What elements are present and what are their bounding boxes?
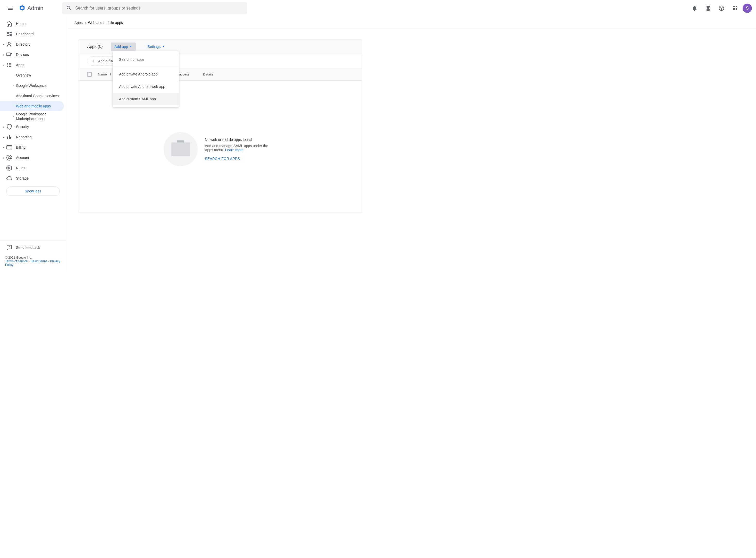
credit-card-icon xyxy=(6,144,12,150)
notifications-button[interactable] xyxy=(689,3,700,14)
sidebar-sub-label: Google Workspace Marketplace apps xyxy=(16,112,52,121)
svg-point-6 xyxy=(7,65,8,66)
sidebar-item-reporting[interactable]: ▸ Reporting xyxy=(0,132,66,142)
search-bar[interactable] xyxy=(62,2,247,15)
hourglass-icon xyxy=(705,5,711,11)
breadcrumb-apps[interactable]: Apps xyxy=(74,21,83,25)
sidebar-item-dashboard[interactable]: Dashboard xyxy=(0,29,66,39)
select-all-checkbox[interactable] xyxy=(87,72,92,77)
apps-icon xyxy=(6,62,12,68)
svg-point-18 xyxy=(8,167,10,169)
menu-add-android-app[interactable]: Add private Android app xyxy=(113,68,179,80)
search-icon xyxy=(66,5,72,11)
bar-chart-icon xyxy=(6,134,12,140)
menu-add-custom-saml-app[interactable]: Add custom SAML app xyxy=(113,93,179,105)
empty-illustration xyxy=(163,132,198,166)
sidebar-item-devices[interactable]: ▸ Devices xyxy=(0,49,66,60)
search-for-apps-button[interactable]: SEARCH FOR APPS xyxy=(205,157,277,161)
svg-point-7 xyxy=(9,65,10,66)
dashboard-icon xyxy=(6,31,12,37)
empty-text: No web or mobile apps found Add and mana… xyxy=(205,137,277,161)
sidebar-item-rules[interactable]: Rules xyxy=(0,163,66,173)
search-input[interactable] xyxy=(75,6,243,10)
admin-logo-icon xyxy=(19,5,26,12)
sidebar-item-home[interactable]: Home xyxy=(0,19,66,29)
svg-point-3 xyxy=(7,63,8,64)
sidebar-sub-google-workspace[interactable]: ▸Google Workspace xyxy=(0,80,66,91)
plus-icon xyxy=(92,59,96,64)
empty-description: Add and manage SAML apps under the Apps … xyxy=(205,144,277,152)
sidebar-item-directory[interactable]: ▸ Directory xyxy=(0,39,66,49)
help-button[interactable] xyxy=(716,3,727,14)
sidebar-item-label: Dashboard xyxy=(16,32,34,36)
svg-point-10 xyxy=(9,66,10,67)
panel-title: Apps (0) xyxy=(87,44,103,49)
tasks-button[interactable] xyxy=(702,3,714,14)
sidebar-item-storage[interactable]: Storage xyxy=(0,173,66,183)
apps-panel: Apps (0) Add app ▼ Settings ▼ Search for… xyxy=(79,39,362,213)
svg-rect-2 xyxy=(11,54,12,56)
empty-title: No web or mobile apps found xyxy=(205,137,277,142)
breadcrumb: Apps › Web and mobile apps xyxy=(68,17,756,29)
svg-point-9 xyxy=(7,66,8,67)
learn-more-link[interactable]: Learn more xyxy=(225,148,244,152)
svg-rect-1 xyxy=(7,53,10,56)
apps-launcher-button[interactable] xyxy=(729,3,740,14)
home-icon xyxy=(6,21,12,27)
sidebar-item-apps[interactable]: ▾ Apps xyxy=(0,60,66,70)
header-left: Admin xyxy=(4,2,60,15)
apps-grid-icon xyxy=(732,5,738,11)
settings-button[interactable]: Settings ▼ xyxy=(144,43,169,51)
feedback-label: Send feedback xyxy=(16,246,40,250)
sidebar-item-account[interactable]: ▸ Account xyxy=(0,153,66,163)
sidebar-sub-marketplace-apps[interactable]: ▸Google Workspace Marketplace apps xyxy=(0,111,66,122)
devices-icon xyxy=(6,52,12,58)
caret-down-icon: ▼ xyxy=(130,45,132,48)
menu-search-for-apps[interactable]: Search for apps xyxy=(113,53,179,66)
shield-icon xyxy=(6,124,12,130)
footer-meta: © 2022 Google Inc. Terms of service - Bi… xyxy=(0,253,66,270)
send-feedback-button[interactable]: Send feedback xyxy=(0,243,66,253)
main-content: Apps › Web and mobile apps Apps (0) Add … xyxy=(66,17,756,272)
svg-point-4 xyxy=(9,63,10,64)
add-app-label: Add app xyxy=(115,45,128,49)
sidebar-sub-web-mobile-apps[interactable]: Web and mobile apps xyxy=(0,101,64,111)
sidebar-item-label: Home xyxy=(16,22,26,26)
header-right: S xyxy=(689,3,752,14)
bell-icon xyxy=(691,5,698,11)
column-details[interactable]: Details xyxy=(203,72,213,76)
svg-point-20 xyxy=(9,248,9,248)
chevron-right-icon: ▸ xyxy=(1,146,6,149)
settings-label: Settings xyxy=(148,45,161,49)
svg-point-5 xyxy=(10,63,11,64)
menu-add-android-web-app[interactable]: Add private Android web app xyxy=(113,80,179,93)
svg-point-11 xyxy=(10,66,11,67)
svg-point-0 xyxy=(8,42,10,44)
sidebar-sub-overview[interactable]: Overview xyxy=(0,70,66,80)
chevron-down-icon: ▾ xyxy=(1,64,6,67)
sidebar-item-label: Reporting xyxy=(16,135,32,139)
add-app-button[interactable]: Add app ▼ xyxy=(111,43,135,51)
add-app-dropdown: Search for apps Add private Android app … xyxy=(113,51,179,107)
show-less-button[interactable]: Show less xyxy=(6,186,60,196)
billing-terms-link[interactable]: Billing terms xyxy=(30,259,47,263)
sidebar-item-label: Rules xyxy=(16,166,25,170)
sidebar-sub-additional-services[interactable]: Additional Google services xyxy=(0,91,66,101)
sidebar-item-label: Devices xyxy=(16,53,29,57)
person-icon xyxy=(6,41,12,47)
gear-icon xyxy=(6,165,12,171)
sidebar-item-label: Storage xyxy=(16,176,29,180)
chevron-right-icon: ▸ xyxy=(1,53,6,56)
chevron-right-icon: › xyxy=(85,21,86,25)
admin-logo[interactable]: Admin xyxy=(19,5,43,12)
terms-link[interactable]: Terms of service xyxy=(5,259,28,263)
svg-point-8 xyxy=(10,65,11,66)
at-sign-icon xyxy=(6,155,12,161)
chevron-right-icon: ▸ xyxy=(11,84,16,87)
sidebar-item-label: Security xyxy=(16,125,29,129)
sidebar-item-security[interactable]: ▸ Security xyxy=(0,122,66,132)
sidebar-footer: Send feedback © 2022 Google Inc. Terms o… xyxy=(0,240,66,270)
sidebar-item-billing[interactable]: ▸ Billing xyxy=(0,142,66,153)
main-menu-button[interactable] xyxy=(4,2,17,15)
account-avatar[interactable]: S xyxy=(742,4,752,13)
